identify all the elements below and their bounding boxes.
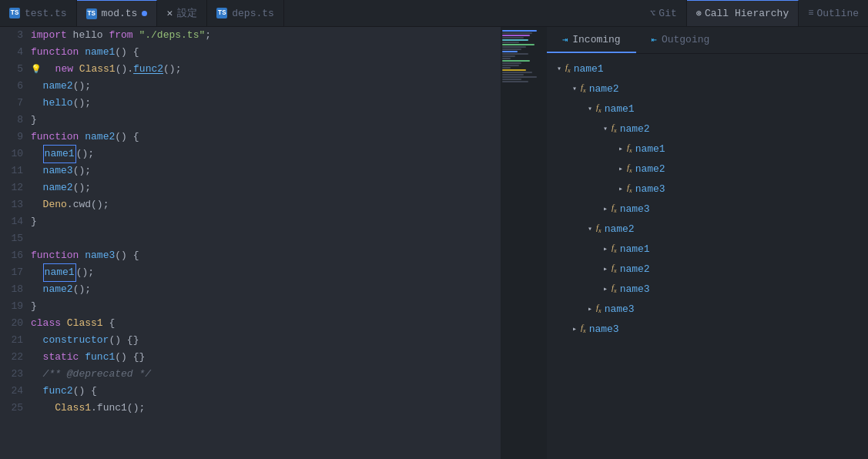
tree-label-n1-n2-n1-n2: name2 [620, 123, 650, 135]
tree-arrow-n1-n2-n2-n1[interactable] [599, 243, 612, 255]
code-line-10: name1(); [31, 146, 501, 162]
minimap-content [501, 27, 547, 459]
code-line-5: 💡 new Class1().func2(); [31, 61, 501, 78]
outline-icon: ≡ [808, 8, 813, 18]
tree-arrow-n1-n2-n1-n2-n3[interactable] [615, 183, 627, 195]
code-line-20: class Class1 { [31, 315, 501, 332]
tree-arrow-n1-n2-n1-n2-n1[interactable] [615, 142, 627, 155]
code-line-7: hello(); [31, 95, 501, 112]
tree-arrow-name1-name2[interactable] [568, 82, 581, 95]
code-line-16: function name3() { [31, 247, 501, 264]
code-line-8: } [31, 112, 501, 129]
tree-item-n1-n2-n1-n2-n1[interactable]: fx name1 [547, 139, 868, 159]
ts-icon: TS [9, 8, 20, 18]
tree-item-n1-n2-n1-n2-n3[interactable]: fx name3 [547, 179, 868, 199]
code-line-17: name1(); [31, 264, 501, 281]
tree-label-n1-n2-n1-n2-n2: name2 [635, 163, 665, 175]
tab-settings[interactable]: ✕ 設定 [157, 0, 207, 26]
ch-outgoing-label: Outgoing [662, 34, 709, 45]
tree-item-name1[interactable]: fx name1 [547, 59, 868, 79]
tree-label-n1-n2-n1-n2-n1: name1 [635, 143, 665, 155]
tab-bar: TS test.ts TS mod.ts ✕ 設定 TS deps.ts ⌥ G… [0, 0, 868, 27]
tree-arrow-n1-n2-n1-n2-n2[interactable] [615, 162, 627, 175]
code-line-4: function name1() { [31, 44, 501, 61]
fn-icon: fx [627, 183, 632, 194]
fn-icon: fx [612, 203, 617, 214]
tree-arrow-n1-n2-n2[interactable] [584, 223, 596, 235]
tab-outline[interactable]: ≡ Outline [799, 0, 868, 26]
tree-item-n1-n3[interactable]: fx name3 [547, 319, 868, 339]
code-line-23: /** @deprecated */ [31, 366, 501, 383]
code-line-14: } [31, 213, 501, 230]
tree-label-n1-n3: name3 [589, 323, 619, 335]
code-line-22: static func1() {} [31, 349, 501, 366]
code-line-25: Class1.func1(); [31, 400, 501, 417]
code-line-18: name2(); [31, 281, 501, 298]
tree-item-n1-n2-n1-n2-n2[interactable]: fx name2 [547, 159, 868, 179]
tree-item-n1-n2-n1[interactable]: fx name1 [547, 99, 868, 119]
fn-icon: fx [596, 303, 602, 314]
tree-label-n1-n2-n1: name1 [605, 103, 635, 115]
gear-icon: ✕ [166, 7, 173, 19]
fn-icon: fx [612, 243, 617, 254]
tree-item-n1-n2-n1-n3[interactable]: fx name3 [547, 199, 868, 219]
tree-item-n1-n2-n3[interactable]: fx name3 [547, 299, 868, 319]
fn-icon: fx [581, 323, 586, 334]
fn-icon: fx [596, 223, 602, 234]
tree-item-n1-n2-n2-n3[interactable]: fx name3 [547, 279, 868, 299]
fn-icon: fx [612, 122, 617, 134]
tree-arrow-n1-n2-n1[interactable] [584, 102, 596, 115]
tree-arrow-n1-n3[interactable] [568, 323, 581, 335]
code-line-19: } [31, 298, 501, 315]
tab-callhierarchy-label: Call Hierarchy [705, 8, 789, 19]
code-line-11: name3(); [31, 162, 501, 179]
tree-item-n1-n2-n2-n2[interactable]: fx name2 [547, 259, 868, 279]
tree-item-n1-n2-n2-n1[interactable]: fx name1 [547, 239, 868, 259]
tree-arrow-n1-n2-n3[interactable] [584, 303, 596, 315]
tab-mod-label: mod.ts [102, 8, 138, 19]
ts-icon: TS [216, 8, 227, 18]
tree-arrow-n1-n2-n1-n3[interactable] [599, 203, 612, 215]
fn-icon: fx [612, 283, 617, 294]
ch-tabs: ⇥ Incoming ⇤ Outgoing [547, 27, 868, 54]
main-content: 3 4 5 6 7 8 9 10 11 12 13 14 15 16 17 18… [0, 27, 868, 459]
code-line-13: Deno.cwd(); [31, 196, 501, 213]
fn-icon: fx [627, 162, 632, 174]
callhierarchy-icon: ⊛ [696, 8, 702, 19]
code-editor[interactable]: import hello from "./deps.ts"; function … [31, 27, 501, 459]
tree-arrow-name1[interactable] [553, 62, 565, 75]
tab-git[interactable]: ⌥ Git [641, 0, 687, 26]
tree-label-name1-name2: name2 [589, 83, 619, 95]
code-line-12: name2(); [31, 179, 501, 196]
fn-icon: fx [627, 142, 632, 154]
fn-icon: fx [565, 62, 571, 74]
code-line-6: name2(); [31, 78, 501, 95]
tree-arrow-n1-n2-n2-n3[interactable] [599, 283, 612, 295]
tree-label-n1-n2-n2-n1: name1 [620, 243, 650, 255]
ch-incoming-label: Incoming [572, 34, 620, 45]
tab-spacer [284, 0, 641, 26]
tree-label-n1-n2-n1-n3: name3 [620, 203, 650, 215]
tree-label-n1-n2-n3: name3 [605, 303, 635, 315]
tree-item-name1-name2[interactable]: fx name2 [547, 79, 868, 99]
tree-item-n1-n2-n1-n2[interactable]: fx name2 [547, 119, 868, 139]
incoming-icon: ⇥ [562, 34, 568, 45]
tab-mod-ts[interactable]: TS mod.ts [77, 0, 158, 26]
ch-tab-outgoing[interactable]: ⇤ Outgoing [636, 27, 726, 53]
code-line-15 [31, 230, 501, 247]
code-line-9: function name2() { [31, 129, 501, 146]
tab-modified-dot [142, 11, 147, 16]
tree-label-n1-n2-n1-n2-n3: name3 [635, 183, 665, 195]
tree-arrow-n1-n2-n1-n2[interactable] [599, 122, 612, 135]
tab-test-ts[interactable]: TS test.ts [0, 0, 77, 26]
editor: 3 4 5 6 7 8 9 10 11 12 13 14 15 16 17 18… [0, 27, 501, 459]
tab-test-label: test.ts [25, 8, 67, 19]
tree-arrow-n1-n2-n2-n2[interactable] [599, 263, 612, 275]
tab-deps-ts[interactable]: TS deps.ts [207, 0, 284, 26]
tab-call-hierarchy[interactable]: ⊛ Call Hierarchy [687, 0, 799, 26]
tab-outline-label: Outline [816, 8, 859, 19]
tab-git-label: Git [659, 8, 676, 19]
code-line-3: import hello from "./deps.ts"; [31, 27, 501, 44]
ch-tab-incoming[interactable]: ⇥ Incoming [547, 27, 636, 53]
tree-item-n1-n2-n2[interactable]: fx name2 [547, 219, 868, 239]
